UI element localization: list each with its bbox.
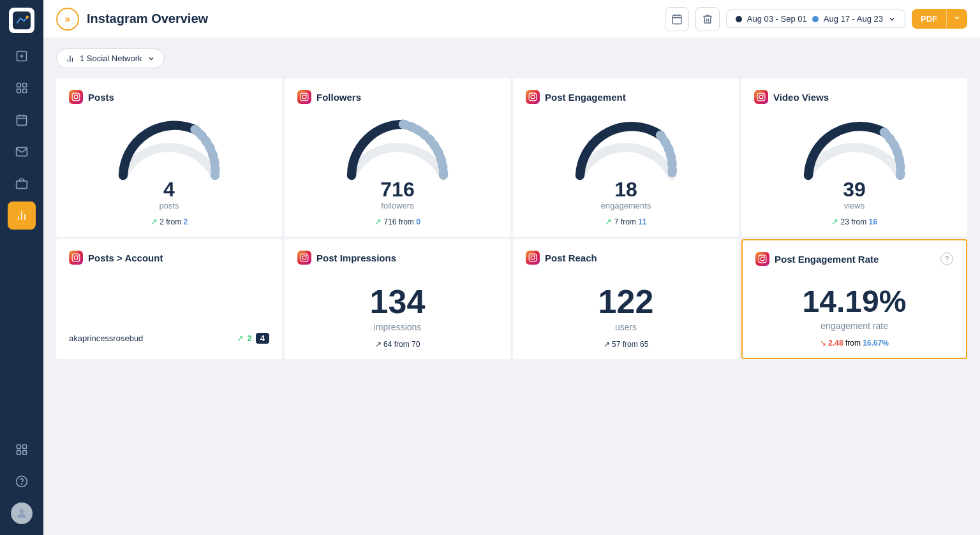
svg-rect-9 [17,445,21,449]
followers-comparison: ↗ 716 from 0 [375,217,420,226]
video-views-change: 23 [840,217,849,226]
network-filter-button[interactable]: 1 Social Network [56,48,165,68]
refresh-button[interactable] [665,7,689,31]
app-logo[interactable] [9,8,34,33]
svg-rect-6 [23,89,27,93]
impressions-change: 64 [383,340,392,349]
video-views-gauge-svg [797,112,912,182]
engagement-rate-unit: engagement rate [820,321,888,331]
svg-rect-11 [17,451,21,455]
followers-from: 0 [416,217,420,226]
pdf-dropdown-button[interactable] [946,9,967,29]
followers-card: Followers 716 followers ↗ 716 [285,78,510,237]
engagement-rate-from: 16.67% [863,339,889,348]
impressions-from: 70 [412,340,420,349]
post-engagement-unit: engagements [601,201,651,210]
posts-gauge-svg [112,112,226,182]
svg-point-37 [306,255,307,256]
posts-from: 2 [184,217,188,226]
sidebar-item-calendar[interactable] [8,106,36,134]
post-reach-card: Post Reach 122 users ↗ 57 from 65 [513,239,739,359]
svg-point-43 [764,256,765,258]
svg-rect-12 [23,451,27,455]
posts-value: 4 [163,179,175,200]
svg-rect-7 [17,115,27,125]
svg-rect-32 [72,254,80,261]
svg-point-34 [77,255,78,256]
instagram-icon-posts [69,90,83,104]
reach-change: 57 [612,340,620,349]
video-views-value: 39 [843,179,866,200]
post-reach-unit: users [615,322,637,332]
followers-value: 716 [380,179,414,200]
svg-point-15 [20,509,24,513]
sidebar-toggle-button[interactable]: » [56,8,79,31]
pdf-export-button[interactable]: PDF [912,9,946,29]
account-stats: ↗ 2 4 [237,333,269,344]
svg-point-24 [302,95,306,99]
user-avatar[interactable] [8,499,36,527]
sidebar-item-analytics[interactable] [8,202,36,230]
date-range-button[interactable]: Aug 03 - Sep 01 Aug 17 - Aug 23 [726,10,905,28]
post-engagement-card: Post Engagement 18 engagements ↗ 7 [513,78,739,237]
svg-point-30 [759,95,763,99]
posts-account-header: Posts > Account [69,251,269,265]
network-filter-label: 1 Social Network [80,54,142,63]
primary-date-label: Aug 03 - Sep 01 [747,14,807,24]
sidebar-item-grid[interactable] [8,436,36,464]
instagram-icon-engagement-rate [755,252,769,266]
svg-point-42 [761,257,764,261]
svg-rect-29 [757,93,765,101]
page-title: Instagram Overview [87,11,657,26]
svg-point-39 [531,256,535,260]
sidebar-item-dashboard[interactable] [8,74,36,102]
main-content: » Instagram Overview Aug 03 - Se [43,0,980,535]
svg-point-28 [534,94,535,96]
followers-card-header: Followers [297,90,498,104]
svg-point-27 [531,95,535,99]
posts-card-title: Posts [88,92,114,103]
instagram-icon-video [754,90,768,104]
delete-button[interactable] [695,7,720,31]
video-views-card-title: Video Views [773,92,829,103]
instagram-icon-reach [526,251,540,265]
account-name: akaprincessrosebud [69,333,143,343]
video-views-gauge: 39 views ↗ 23 from 16 [754,112,954,226]
post-engagement-from: 11 [638,217,646,226]
svg-point-33 [74,256,78,260]
sidebar-item-compose[interactable] [8,42,36,70]
posts-gauge: 4 posts ↗ 2 from 2 [69,112,269,226]
svg-rect-23 [301,93,308,101]
top-cards-grid: Posts 4 posts [56,78,967,237]
svg-point-21 [74,95,78,99]
svg-rect-8 [17,181,27,189]
topbar: » Instagram Overview Aug 03 - Se [43,0,980,38]
followers-unit: followers [381,201,413,210]
video-views-card-header: Video Views [754,90,954,104]
post-impressions-content: 134 impressions ↗ 64 from 70 [297,272,498,349]
posts-card: Posts 4 posts [56,78,282,237]
svg-rect-4 [23,84,27,87]
sidebar-item-help[interactable] [8,467,36,495]
svg-rect-3 [17,84,21,87]
bottom-cards-grid: Posts > Account akaprincessrosebud ↗ 2 4 [56,239,967,359]
posts-card-header: Posts [69,90,269,104]
reach-from: 65 [640,340,648,349]
instagram-icon-posts-account [69,251,83,265]
post-engagement-card-header: Post Engagement [526,90,726,104]
svg-point-25 [306,94,307,96]
posts-account-card: Posts > Account akaprincessrosebud ↗ 2 4 [56,239,282,359]
sidebar-item-inbox[interactable] [8,138,36,166]
engagement-rate-help-icon[interactable]: ? [940,253,953,265]
posts-unit: posts [159,201,179,210]
post-engagement-rate-header: Post Engagement Rate ? [755,252,953,266]
sidebar-item-campaigns[interactable] [8,170,36,198]
post-engagement-comparison: ↗ 7 from 11 [605,217,646,226]
primary-date-dot [736,16,742,22]
post-impressions-header: Post Impressions [297,251,498,265]
post-impressions-card: Post Impressions 134 impressions ↗ 64 fr… [285,239,510,359]
post-engagement-gauge-svg [568,112,683,182]
post-impressions-unit: impressions [374,322,422,332]
svg-rect-10 [23,445,27,449]
engagement-rate-value: 14.19% [803,286,907,317]
